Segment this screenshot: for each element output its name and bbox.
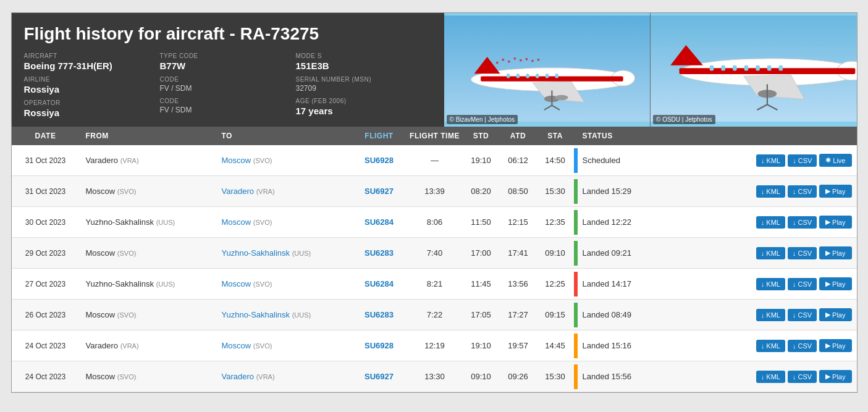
- col-header-date: DATE: [12, 132, 80, 140]
- svg-rect-34: [744, 65, 749, 71]
- row-status-area: Landed 14:17 KML CSV Play: [574, 272, 857, 296]
- row-flight[interactable]: SU6928: [352, 341, 407, 350]
- csv-button[interactable]: CSV: [788, 340, 817, 352]
- from-code: (SVO): [117, 311, 137, 319]
- play-button[interactable]: Play: [819, 308, 851, 321]
- download-icon: [761, 188, 765, 195]
- csv-button[interactable]: CSV: [788, 247, 817, 259]
- play-button[interactable]: Play: [819, 246, 851, 259]
- play-button[interactable]: Play: [819, 277, 851, 290]
- status-bar: [574, 241, 578, 266]
- status-bar: [574, 272, 578, 296]
- row-atd: 19:57: [500, 341, 537, 350]
- row-flight[interactable]: SU6927: [352, 187, 407, 196]
- age-value: 17 years: [296, 106, 426, 116]
- download-icon: [793, 342, 796, 350]
- aircraft-info-panel: Flight history for aircraft - RA-73275 A…: [12, 13, 444, 127]
- kml-button[interactable]: KML: [756, 185, 785, 198]
- download-icon: [793, 373, 796, 380]
- row-date: 30 Oct 2023: [12, 218, 80, 227]
- play-button[interactable]: Play: [819, 370, 851, 383]
- row-to: Varadero (VRA): [216, 187, 352, 196]
- row-status-area: Landed 09:21 KML CSV Play: [574, 241, 857, 266]
- csv-button[interactable]: CSV: [788, 278, 817, 290]
- csv-button[interactable]: CSV: [788, 371, 817, 383]
- action-buttons: KML CSV Play: [756, 185, 857, 198]
- csv-button[interactable]: CSV: [788, 154, 817, 167]
- row-sta: 15:30: [537, 187, 574, 196]
- row-std: 19:10: [463, 156, 500, 165]
- row-date: 24 Oct 2023: [12, 342, 80, 350]
- play-icon: [825, 342, 830, 350]
- row-date: 29 Oct 2023: [12, 249, 80, 258]
- from-code: (SVO): [117, 250, 137, 257]
- from-code: (UUS): [156, 280, 175, 288]
- svg-point-20: [513, 57, 516, 60]
- col-header-atd: ATD: [500, 132, 537, 140]
- row-to: Yuzhno-Sakhalinsk (UUS): [216, 310, 352, 319]
- kml-button[interactable]: KML: [756, 216, 785, 229]
- play-button[interactable]: Play: [819, 216, 851, 229]
- table-body: 31 Oct 2023 Varadero (VRA) Moscow (SVO) …: [12, 145, 857, 392]
- status-bar: [574, 364, 578, 389]
- row-date: 24 Oct 2023: [12, 372, 80, 381]
- download-icon: [793, 157, 796, 164]
- to-city: Yuzhno-Sakhalinsk: [222, 310, 290, 319]
- type-code-value: B77W: [160, 61, 290, 71]
- to-code: (UUS): [292, 311, 311, 319]
- code2-value: FV / SDM: [160, 106, 290, 114]
- play-button[interactable]: Play: [819, 339, 851, 352]
- row-flight[interactable]: SU6284: [352, 279, 407, 288]
- aircraft-value: Boeing 777-31H(ER): [24, 61, 154, 71]
- kml-button[interactable]: KML: [756, 154, 785, 167]
- row-from: Moscow (SVO): [80, 372, 216, 381]
- download-icon: [761, 311, 765, 319]
- table-row: 29 Oct 2023 Moscow (SVO) Yuzhno-Sakhalin…: [12, 238, 857, 269]
- csv-button[interactable]: CSV: [788, 216, 817, 229]
- serial-label: SERIAL NUMBER (MSN): [296, 76, 426, 83]
- from-code: (VRA): [120, 157, 139, 164]
- live-button[interactable]: Live: [819, 154, 851, 167]
- table-row: 24 Oct 2023 Moscow (SVO) Varadero (VRA) …: [12, 361, 857, 392]
- status-text: Landed 09:21: [583, 248, 756, 258]
- row-flight[interactable]: SU6928: [352, 156, 407, 165]
- row-flight[interactable]: SU6927: [352, 372, 407, 381]
- row-atd: 17:41: [500, 248, 537, 258]
- row-from: Varadero (VRA): [80, 156, 216, 165]
- csv-button[interactable]: CSV: [788, 309, 817, 321]
- row-status-area: Landed 15:16 KML CSV Play: [574, 334, 857, 358]
- kml-button[interactable]: KML: [756, 340, 785, 352]
- download-icon: [793, 219, 796, 226]
- main-container: Flight history for aircraft - RA-73275 A…: [11, 12, 857, 393]
- row-flight-time: 12:19: [407, 341, 463, 350]
- kml-button[interactable]: KML: [756, 247, 785, 259]
- download-icon: [761, 373, 765, 380]
- row-from: Yuzhno-Sakhalinsk (UUS): [80, 279, 216, 288]
- svg-rect-37: [779, 65, 783, 71]
- csv-button[interactable]: CSV: [788, 185, 817, 198]
- col-header-from: FROM: [80, 132, 216, 140]
- svg-rect-9: [536, 74, 539, 78]
- play-button[interactable]: Play: [819, 185, 851, 198]
- svg-rect-33: [733, 65, 737, 71]
- kml-button[interactable]: KML: [756, 309, 785, 321]
- row-to: Moscow (SVO): [216, 279, 352, 288]
- row-flight[interactable]: SU6283: [352, 310, 407, 319]
- kml-button[interactable]: KML: [756, 278, 785, 290]
- kml-button[interactable]: KML: [756, 371, 785, 383]
- row-sta: 12:25: [537, 279, 574, 288]
- play-icon: [825, 280, 830, 288]
- modes-value: 151E3B: [296, 61, 426, 71]
- row-flight[interactable]: SU6283: [352, 248, 407, 258]
- table-row: 31 Oct 2023 Moscow (SVO) Varadero (VRA) …: [12, 176, 857, 207]
- svg-rect-35: [756, 65, 760, 71]
- row-to: Yuzhno-Sakhalinsk (UUS): [216, 248, 352, 258]
- operator-label: OPERATOR: [24, 99, 154, 106]
- row-atd: 12:15: [500, 217, 537, 227]
- row-std: 17:05: [463, 310, 500, 319]
- row-sta: 14:45: [537, 341, 574, 350]
- row-flight[interactable]: SU6284: [352, 217, 407, 227]
- download-icon: [761, 342, 765, 350]
- row-atd: 08:50: [500, 187, 537, 196]
- table-row: 26 Oct 2023 Moscow (SVO) Yuzhno-Sakhalin…: [12, 300, 857, 330]
